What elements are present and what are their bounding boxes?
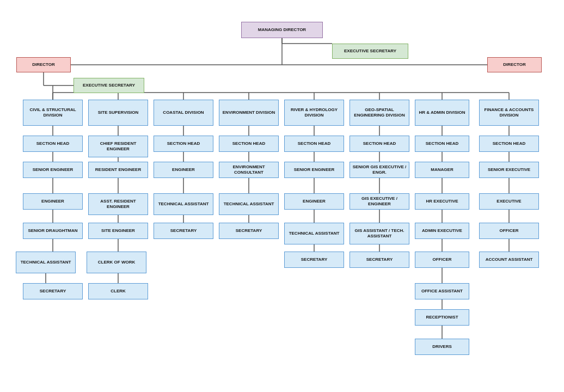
senior-engineer-5: SENIOR ENGINEER [284, 162, 344, 178]
secretary-3: SECRETARY [154, 223, 213, 239]
gis-executive: GIS EXECUTIVE / ENGINEER [350, 193, 409, 210]
managing-director: MANAGING DIRECTOR [241, 22, 323, 38]
env-consultant: ENVIRONMENT CONSULTANT [219, 162, 279, 178]
tech-asst-1: TECHNICAL ASSISTANT [16, 252, 76, 273]
resident-engineer: RESIDENT ENGINEER [88, 162, 148, 178]
senior-draughtman: SENIOR DRAUGHTMAN [23, 223, 83, 239]
senior-executive: SENIOR EXECUTIVE [479, 162, 539, 178]
tech-asst-5: TECHNICAL ASSISTANT [284, 223, 344, 244]
site-engineer: SITE ENGINEER [88, 223, 148, 239]
section-head-8: SECTION HEAD [479, 136, 539, 152]
chief-resident-eng: CHIEF RESIDENT ENGINEER [88, 136, 148, 157]
director-left: DIRECTOR [16, 57, 71, 72]
tech-asst-3: TECHNICAL ASSISTANT [154, 193, 213, 215]
engineer-3: ENGINEER [154, 162, 213, 178]
finance-accounts: FINANCE & ACCOUNTS DIVISION [479, 100, 539, 126]
executive-secretary-left: EXECUTIVE SECRETARY [73, 78, 144, 93]
section-head-4: SECTION HEAD [219, 136, 279, 152]
executive-secretary-top: EXECUTIVE SECRETARY [332, 44, 408, 59]
engineer-5: ENGINEER [284, 193, 344, 210]
drivers: DRIVERS [415, 339, 469, 355]
secretary-1: SECRETARY [23, 283, 83, 299]
senior-gis: SENIOR GIS EXECUTIVE / ENGR. [350, 162, 409, 178]
receptionist: RECEPTIONIST [415, 309, 469, 326]
officer: OFFICER [479, 223, 539, 239]
office-assistant: OFFICE ASSISTANT [415, 283, 469, 299]
section-head-3: SECTION HEAD [154, 136, 213, 152]
engineer-1: ENGINEER [23, 193, 83, 210]
senior-engineer-1: SENIOR ENGINEER [23, 162, 83, 178]
director-right: DIRECTOR [487, 57, 542, 72]
section-head-6: SECTION HEAD [350, 136, 409, 152]
secretary-4: SECRETARY [219, 223, 279, 239]
secretary-5: SECRETARY [284, 252, 344, 268]
civil-structural: CIVIL & STRUCTURAL DIVISION [23, 100, 83, 126]
secretary-6: SECRETARY [350, 252, 409, 268]
site-supervision: SITE SUPERVISION [88, 100, 148, 126]
clerk: CLERK [88, 283, 148, 299]
manager: MANAGER [415, 162, 469, 178]
river-hydrology: RIVER & HYDROLOGY DIVISION [284, 100, 344, 126]
environment-division: ENVIRONMENT DIVISION [219, 100, 279, 126]
gis-assistant: GIS ASSISTANT / TECH. ASSISTANT [350, 223, 409, 244]
org-chart: MANAGING DIRECTOREXECUTIVE SECRETARYDIRE… [0, 0, 564, 392]
geo-spatial: GEO-SPATIAL ENGINEERING DIVISION [350, 100, 409, 126]
executive: EXECUTIVE [479, 193, 539, 210]
hr-admin: HR & ADMIN DIVISION [415, 100, 469, 126]
admin-executive: ADMIN EXECUTIVE [415, 223, 469, 239]
account-assistant: ACCOUNT ASSISTANT [479, 252, 539, 268]
asst-resident-eng: ASST. RESIDENT ENGINEER [88, 193, 148, 215]
clerk-of-work: CLERK OF WORK [87, 252, 146, 273]
coastal-division: COASTAL DIVISION [154, 100, 213, 126]
hr-executive: HR EXECUTIVE [415, 193, 469, 210]
section-head-1: SECTION HEAD [23, 136, 83, 152]
tech-asst-4: TECHNICAL ASSISTANT [219, 193, 279, 215]
section-head-5: SECTION HEAD [284, 136, 344, 152]
officer-hr: OFFICER [415, 252, 469, 268]
section-head-7: SECTION HEAD [415, 136, 469, 152]
